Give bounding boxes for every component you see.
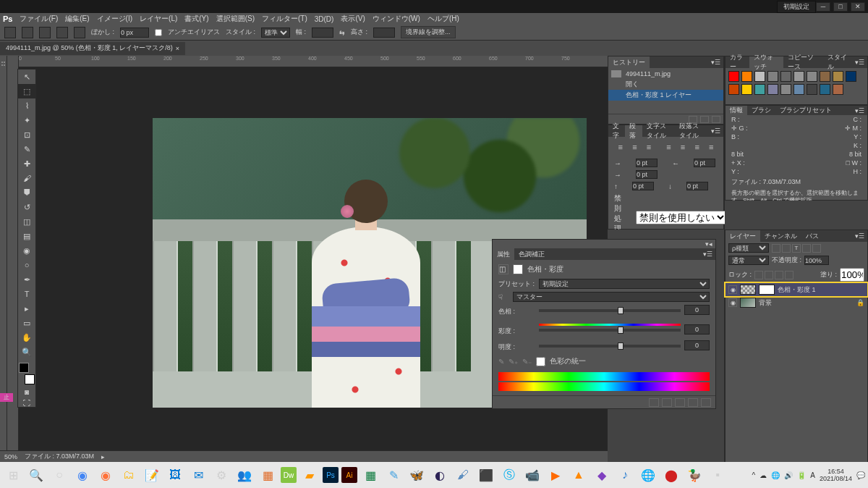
hue-value[interactable]: 0 bbox=[684, 305, 710, 315]
menu-help[interactable]: ヘルプ(H) bbox=[427, 14, 459, 24]
swatch[interactable] bbox=[754, 84, 765, 95]
preset-select[interactable]: 初期設定 bbox=[539, 279, 710, 289]
swatch[interactable] bbox=[728, 71, 739, 82]
blend-mode-select[interactable]: 通常 bbox=[728, 256, 769, 265]
history-step-huesat[interactable]: 色相・彩度 1 レイヤー bbox=[608, 90, 723, 101]
menu-view[interactable]: 表示(V) bbox=[341, 14, 365, 24]
adjustments-tab[interactable]: 色調補正 bbox=[514, 248, 549, 260]
paint-icon[interactable]: 🖌 bbox=[453, 465, 473, 485]
channels-tab[interactable]: チャンネル bbox=[760, 230, 801, 242]
chrome-icon[interactable]: ◉ bbox=[72, 465, 93, 485]
paths-tab[interactable]: パス bbox=[801, 230, 823, 242]
colorize-checkbox[interactable] bbox=[536, 357, 545, 366]
quick-mask-icon[interactable]: ◙ bbox=[18, 388, 35, 396]
saturation-slider[interactable] bbox=[618, 327, 624, 334]
indent-right-input[interactable] bbox=[694, 159, 715, 167]
target-adjust-icon[interactable]: ☟ bbox=[498, 293, 509, 301]
menu-file[interactable]: ファイル(F) bbox=[20, 14, 58, 24]
lock-all-icon[interactable] bbox=[785, 271, 793, 279]
color-swatches[interactable] bbox=[18, 362, 35, 385]
illustrator-icon[interactable]: Ai bbox=[341, 467, 357, 483]
layer-bg-thumbnail[interactable] bbox=[740, 298, 756, 308]
gradient-tool[interactable]: ▤ bbox=[18, 229, 35, 243]
menu-3d[interactable]: 3D(D) bbox=[315, 15, 334, 23]
zoom-level[interactable]: 50% bbox=[4, 453, 17, 460]
minimize-button[interactable]: ─ bbox=[816, 2, 830, 12]
color-tab[interactable]: カラー bbox=[726, 56, 749, 68]
saturation-value[interactable]: 0 bbox=[684, 324, 710, 335]
brush-tool[interactable]: 🖌 bbox=[18, 171, 35, 185]
info-tab[interactable]: 情報 bbox=[726, 106, 747, 115]
width-input[interactable] bbox=[312, 28, 333, 38]
history-trash-icon[interactable] bbox=[712, 116, 720, 123]
cortana-icon[interactable]: ○ bbox=[49, 465, 69, 485]
menu-filter[interactable]: フィルター(T) bbox=[262, 14, 307, 24]
tray-network-icon[interactable]: 🌐 bbox=[771, 471, 780, 479]
globe-icon[interactable]: 🌐 bbox=[638, 465, 658, 485]
style-select[interactable]: 標準 bbox=[261, 28, 290, 38]
filter-smart-icon[interactable] bbox=[812, 244, 821, 253]
layers-tab[interactable]: レイヤー bbox=[726, 230, 760, 242]
foreground-color[interactable] bbox=[19, 363, 29, 373]
filter-pixel-icon[interactable] bbox=[772, 244, 780, 253]
marquee-sub-icon[interactable] bbox=[56, 27, 68, 38]
skype-icon[interactable]: Ⓢ bbox=[499, 465, 519, 485]
layer-name[interactable]: 色相・彩度 1 bbox=[778, 285, 816, 295]
layers-menu-icon[interactable]: ▾☰ bbox=[852, 232, 867, 240]
swatch[interactable] bbox=[807, 84, 817, 95]
align-center-icon[interactable]: ≡ bbox=[629, 140, 642, 154]
filter-type-icon[interactable]: T bbox=[792, 244, 801, 253]
swatches-tab[interactable]: スウォッチ bbox=[749, 56, 783, 68]
character-tab[interactable]: 文字 bbox=[608, 125, 625, 137]
fill-input[interactable] bbox=[840, 268, 864, 282]
paragraph-tab[interactable]: 段落 bbox=[625, 125, 642, 137]
swatch[interactable] bbox=[820, 84, 830, 95]
zoom-icon[interactable]: 📹 bbox=[522, 465, 542, 485]
view-previous-icon[interactable] bbox=[662, 398, 672, 407]
tray-battery-icon[interactable]: 🔋 bbox=[797, 471, 806, 479]
history-tab[interactable]: ヒストリー bbox=[608, 56, 650, 68]
filter-shape-icon[interactable] bbox=[802, 244, 811, 253]
menu-image[interactable]: イメージ(I) bbox=[97, 14, 132, 24]
swatch[interactable] bbox=[820, 71, 830, 82]
align-right-icon[interactable]: ≡ bbox=[642, 140, 655, 154]
swatch[interactable] bbox=[793, 84, 804, 95]
firefox-icon[interactable]: ◉ bbox=[95, 465, 116, 485]
pen-tool[interactable]: ✒ bbox=[18, 272, 35, 287]
dreamweaver-icon[interactable]: Dw bbox=[281, 467, 297, 483]
layer-adjust-thumbnail[interactable] bbox=[740, 285, 756, 295]
layer-huesat[interactable]: ◉ 色相・彩度 1 bbox=[726, 283, 867, 296]
lock-trans-icon[interactable] bbox=[754, 271, 763, 279]
lock-pixels-icon[interactable] bbox=[765, 271, 773, 279]
swatch[interactable] bbox=[741, 84, 752, 95]
layer-mask-thumbnail[interactable] bbox=[759, 285, 775, 295]
taskbar-clock[interactable]: 16:54 2021/08/14 bbox=[820, 468, 852, 482]
opacity-input[interactable] bbox=[804, 256, 829, 265]
justify-right-icon[interactable]: ≡ bbox=[691, 140, 704, 154]
indent-first-input[interactable] bbox=[636, 170, 658, 179]
marquee-tool[interactable]: ⬚ bbox=[18, 84, 35, 98]
search-icon[interactable]: 🔍 bbox=[26, 465, 46, 485]
swatch[interactable] bbox=[780, 71, 791, 82]
layer-background[interactable]: ◉ 背景 🔒 bbox=[726, 296, 867, 309]
styles-tab[interactable]: スタイル bbox=[823, 56, 852, 68]
screen-mode-icon[interactable]: ⛶ bbox=[18, 399, 35, 407]
channel-select[interactable]: マスター bbox=[513, 292, 710, 302]
maximize-button[interactable]: □ bbox=[833, 2, 848, 12]
music-icon[interactable]: ♪ bbox=[615, 465, 635, 485]
current-tool-icon[interactable] bbox=[4, 27, 16, 38]
menu-window[interactable]: ウィンドウ(W) bbox=[373, 14, 420, 24]
explorer-icon[interactable]: 🗂 bbox=[119, 465, 139, 485]
settings-icon[interactable]: ⚙ bbox=[211, 465, 231, 485]
height-input[interactable] bbox=[373, 28, 395, 38]
start-button[interactable]: ⊞ bbox=[3, 465, 23, 485]
justify-center-icon[interactable]: ≡ bbox=[676, 140, 689, 154]
notepad-icon[interactable]: 📝 bbox=[142, 465, 162, 485]
close-button[interactable]: ✕ bbox=[851, 2, 865, 12]
swatch[interactable] bbox=[846, 71, 856, 82]
marquee-add-icon[interactable] bbox=[39, 27, 51, 38]
crop-tool[interactable]: ⊡ bbox=[18, 127, 35, 142]
filter-adjust-icon[interactable] bbox=[782, 244, 791, 253]
outlook-icon[interactable]: ✉ bbox=[188, 465, 208, 485]
swatch[interactable] bbox=[741, 71, 752, 82]
